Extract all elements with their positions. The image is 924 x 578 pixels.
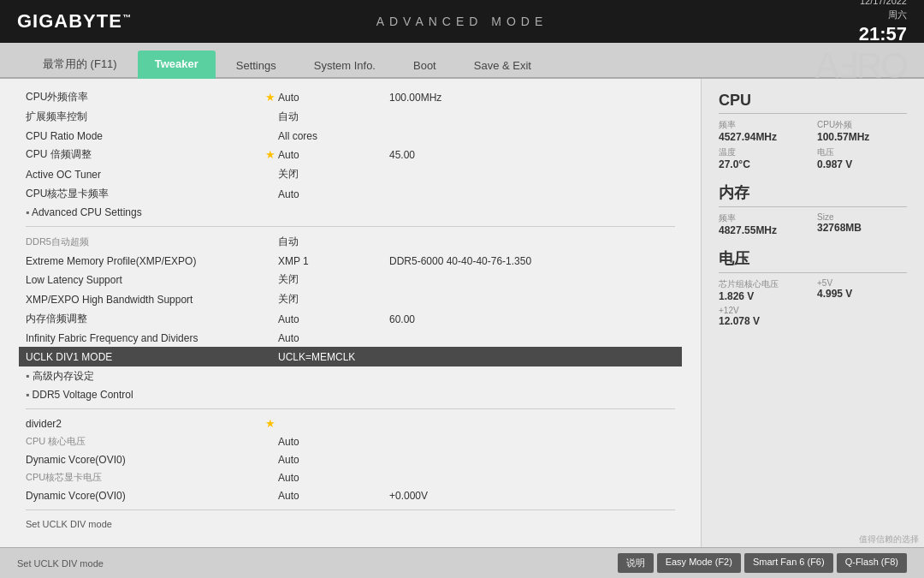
star-cpu-ratio-mode	[265, 129, 278, 142]
label-igpu-freq: CPU核芯显卡频率	[26, 187, 265, 201]
val-dynamic-vcore-1: Auto	[278, 436, 389, 448]
voltage-title: 电压	[719, 248, 907, 273]
cpu-info-grid: 频率 4527.94MHz CPU外频 100.57MHz 温度 27.0°C …	[719, 119, 907, 170]
mode-title: ADVANCED MODE	[376, 15, 548, 28]
val-uclk-div1: UCLK=MEMCLK	[278, 351, 355, 363]
star-ddr5-auto	[265, 235, 278, 248]
row-freq-control[interactable]: 扩展频率控制 自动	[26, 107, 675, 127]
divider-1	[26, 226, 675, 227]
divider-2	[26, 408, 675, 409]
val-infinity-fabric: Auto	[278, 332, 389, 344]
tab-common[interactable]: 最常用的 (F11)	[26, 50, 134, 79]
val-mem-ratio: Auto	[278, 313, 389, 325]
row-cpu-ext-freq[interactable]: CPU外频倍率 ★ Auto 100.00MHz	[26, 87, 675, 107]
tab-tweaker[interactable]: Tweaker	[138, 51, 216, 79]
btn-smart-fan[interactable]: Smart Fan 6 (F6)	[744, 553, 833, 573]
label-infinity-fabric: Infinity Fabric Frequency and Dividers	[26, 332, 265, 344]
row-mem-term-volt[interactable]: Dynamic Vcore(OVI0) Auto +0.000V	[26, 486, 675, 504]
btn-q-flash[interactable]: Q-Flash (F8)	[837, 553, 907, 573]
label-dynamic-vcore-2: CPU核芯显卡电压	[26, 471, 265, 484]
star-infinity-fabric	[265, 331, 278, 344]
chip-volt-info: 芯片组核心电压 1.826 V	[719, 278, 808, 302]
val-dynamic-vcore-2: Auto	[278, 472, 389, 484]
val-freq-control: 自动	[278, 110, 389, 124]
btn-easy-mode[interactable]: Easy Mode (F2)	[657, 553, 741, 573]
logo-text: GIGABYTE	[17, 10, 122, 32]
star-mem-ratio	[265, 313, 278, 325]
memory-info-grid: 频率 4827.55MHz Size 32768MB	[719, 212, 907, 236]
label-active-oc: Active OC Tuner	[26, 169, 265, 181]
label-xmp-expo: Extreme Memory Profile(XMP/EXPO)	[26, 255, 265, 267]
row-igpu-freq[interactable]: CPU核芯显卡频率 Auto	[26, 184, 675, 204]
label-low-latency: Low Latency Support	[26, 274, 265, 286]
val-igpu-volt: Auto	[278, 454, 389, 466]
row-cpu-ratio[interactable]: CPU 倍频调整 ★ Auto 45.00	[26, 145, 675, 164]
row-low-latency[interactable]: Low Latency Support 关闭	[26, 270, 675, 289]
voltage-section: 电压 芯片组核心电压 1.826 V +5V 4.995 V +12V 12.0…	[719, 248, 907, 327]
val-low-latency: 关闭	[278, 272, 389, 287]
status-hint: Set UCLK DIV mode	[26, 515, 675, 533]
bottom-buttons: 说明 Easy Mode (F2) Smart Fan 6 (F6) Q-Fla…	[618, 553, 907, 573]
row-xmp-expo[interactable]: Extreme Memory Profile(XMP/EXPO) XMP 1 D…	[26, 252, 675, 270]
cpu-volt-info: 电压 0.987 V	[817, 146, 907, 170]
top-bar: GIGABYTE™ ADVANCED MODE 12/17/2022 周六 21…	[0, 0, 924, 43]
star-dynamic-vcore-1	[265, 435, 278, 448]
star-dynamic-vcore-2	[265, 471, 278, 484]
watermark: 值得信赖的选择	[854, 532, 924, 547]
date: 12/17/2022	[860, 0, 907, 6]
row-cpu-core-volt[interactable]: divider2 ★	[26, 414, 675, 432]
val-cpu-ratio: Auto	[278, 149, 389, 161]
star-active-oc	[265, 168, 278, 181]
row-adv-cpu[interactable]: Advanced CPU Settings	[26, 204, 675, 221]
tab-settings[interactable]: Settings	[219, 52, 293, 79]
datetime: 12/17/2022 周六 21:57	[859, 0, 907, 48]
memory-section: 内存 频率 4827.55MHz Size 32768MB	[719, 182, 907, 236]
row-igpu-volt[interactable]: Dynamic Vcore(OVI0) Auto	[26, 450, 675, 468]
val-igpu-freq: Auto	[278, 188, 389, 200]
cpu-temp-info: 温度 27.0°C	[719, 146, 808, 170]
row-mem-ratio[interactable]: 内存倍频调整 Auto 60.00	[26, 309, 675, 329]
aero-logo: AℲRO	[815, 45, 907, 86]
row-infinity-fabric[interactable]: Infinity Fabric Frequency and Dividers A…	[26, 329, 675, 347]
label-uclk-div1: UCLK DIV1 MODE	[26, 351, 265, 363]
voltage-info-grid: 芯片组核心电压 1.826 V +5V 4.995 V +12V 12.078 …	[719, 278, 907, 327]
star-xmp-expo	[265, 254, 278, 267]
tab-save-exit[interactable]: Save & Exit	[457, 52, 548, 79]
right-panel: CPU 频率 4527.94MHz CPU外频 100.57MHz 温度 27.…	[702, 79, 924, 547]
row-ddr5-auto[interactable]: DDR5自动超频 自动	[26, 232, 675, 252]
row-high-bw[interactable]: XMP/EXPO High Bandwidth Support 关闭	[26, 289, 675, 309]
label-cpu-ratio-mode: CPU Ratio Mode	[26, 130, 265, 142]
bottom-hint: Set UCLK DIV mode	[17, 558, 104, 569]
row-cpu-ratio-mode[interactable]: CPU Ratio Mode All cores	[26, 127, 675, 145]
label-ddr5-volt: DDR5 Voltage Control	[26, 389, 265, 401]
star-igpu-freq	[265, 188, 278, 200]
val2-mem-ratio: 60.00	[389, 313, 415, 325]
nav-bar: 最常用的 (F11) Tweaker Settings System Info.…	[0, 43, 924, 79]
memory-title: 内存	[719, 182, 907, 207]
star-mem-term-volt	[265, 489, 278, 502]
row-ddr5-volt[interactable]: DDR5 Voltage Control	[26, 386, 675, 403]
row-dynamic-vcore-1[interactable]: CPU 核心电压 Auto	[26, 432, 675, 450]
row-dynamic-vcore-2[interactable]: CPU核芯显卡电压 Auto	[26, 468, 675, 486]
tab-sysinfo[interactable]: System Info.	[297, 52, 393, 79]
label-high-bw: XMP/EXPO High Bandwidth Support	[26, 294, 265, 306]
bottom-bar: Set UCLK DIV mode 说明 Easy Mode (F2) Smar…	[0, 547, 924, 578]
label-freq-control: 扩展频率控制	[26, 110, 265, 124]
star-cpu-ext-freq: ★	[265, 91, 278, 104]
row-active-oc[interactable]: Active OC Tuner 关闭	[26, 164, 675, 184]
tab-boot[interactable]: Boot	[396, 52, 453, 79]
val-ddr5-auto: 自动	[278, 235, 389, 249]
cpu-ext-freq-info: CPU外频 100.57MHz	[817, 119, 907, 143]
row-uclk-div1[interactable]: UCLK DIV1 MODE UCLK=MEMCLK	[19, 347, 682, 366]
val-mem-term-volt: Auto	[278, 490, 389, 502]
logo-tm: ™	[122, 13, 132, 22]
label-cpu-core-volt: divider2	[26, 418, 265, 430]
btn-description[interactable]: 说明	[618, 553, 654, 573]
row-adv-mem[interactable]: 高级内存设定	[26, 366, 675, 386]
gigabyte-logo: GIGABYTE™	[17, 10, 132, 33]
star-cpu-ratio: ★	[265, 148, 278, 161]
label-adv-mem: 高级内存设定	[26, 369, 265, 384]
main-content: CPU外频倍率 ★ Auto 100.00MHz 扩展频率控制 自动 CPU R…	[0, 79, 924, 547]
cpu-title: CPU	[719, 92, 907, 114]
label-mem-ratio: 内存倍频调整	[26, 312, 265, 326]
